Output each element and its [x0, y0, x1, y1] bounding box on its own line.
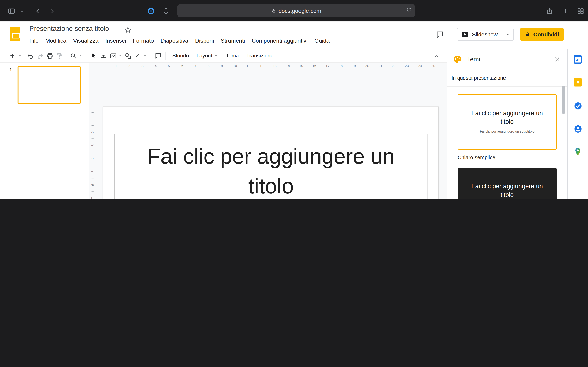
slide-thumbnail[interactable] [18, 66, 81, 104]
cursor-icon[interactable] [89, 51, 98, 60]
themes-panel-title: Temi [467, 56, 553, 63]
new-slide-button[interactable] [8, 51, 17, 60]
toolbar: Sfondo Layout Tema Transizione [0, 49, 447, 63]
theme-button[interactable]: Tema [222, 51, 242, 60]
paint-format-icon[interactable] [55, 51, 65, 60]
ruler-mark: 10 [232, 64, 238, 68]
ruler-mark: 6 [179, 64, 185, 68]
themes-panel-header: Temi [447, 49, 567, 70]
collapse-toolbar-icon[interactable] [432, 51, 441, 61]
theme-cards: Fai clic per aggiungere un titoloFai cli… [447, 86, 567, 199]
themes-panel: Temi In questa presentazione Fai clic pe… [447, 49, 567, 199]
ruler-mark: 12 [259, 64, 265, 68]
ruler-mark: 4 [91, 156, 95, 162]
slideshow-button[interactable]: Slideshow [457, 28, 514, 41]
slide-number: 1 [9, 67, 12, 72]
tab-overview-icon[interactable] [576, 6, 585, 15]
background-button[interactable]: Sfondo [168, 51, 193, 60]
keep-icon[interactable] [573, 77, 583, 87]
toolbar-divider [86, 52, 86, 60]
menu-guida[interactable]: Guida [311, 36, 333, 45]
print-icon[interactable] [45, 51, 55, 60]
menu-file[interactable]: File [26, 36, 42, 45]
new-tab-icon[interactable] [561, 6, 570, 15]
line-dropdown-icon[interactable] [143, 51, 147, 60]
shield-icon[interactable] [161, 6, 170, 15]
forward-icon [48, 6, 57, 15]
contacts-icon[interactable] [573, 124, 583, 133]
ruler-vertical: 1234567891011121314 [89, 63, 96, 199]
palette-icon [453, 55, 462, 64]
shape-icon[interactable] [123, 51, 133, 60]
star-icon[interactable] [124, 26, 132, 34]
back-icon[interactable] [33, 6, 42, 15]
title-placeholder[interactable]: Fai clic per aggiungere un titolo [114, 133, 428, 199]
transition-button[interactable]: Transizione [242, 51, 277, 60]
add-comment-icon[interactable] [153, 51, 163, 60]
menu-inserisci[interactable]: Inserisci [102, 36, 130, 45]
ruler-mark: 25 [430, 64, 436, 68]
share-button[interactable]: Condividi [520, 28, 564, 41]
chevron-down-icon[interactable] [19, 6, 25, 15]
editor-canvas[interactable]: 1234567891011121314151617181920212223242… [89, 63, 447, 199]
screen: docs.google.com Presentazione senza tito… [0, 0, 588, 199]
calendar-icon[interactable]: 31 [573, 55, 583, 64]
ruler-mark: 16 [311, 64, 318, 68]
theme-card-scuro-semplice[interactable]: Fai clic per aggiungere un titoloFai cli… [458, 168, 557, 199]
menu-diapositiva[interactable]: Diapositiva [157, 36, 192, 45]
menu-visualizza[interactable]: Visualizza [70, 36, 102, 45]
close-icon[interactable] [553, 55, 562, 64]
sidebar-icon[interactable] [7, 6, 16, 15]
zoom-dropdown-icon[interactable] [78, 51, 83, 60]
slideshow-label: Slideshow [472, 31, 498, 37]
ruler-mark: 5 [166, 64, 172, 68]
tasks-icon[interactable] [573, 101, 583, 111]
browser-chrome: docs.google.com [0, 0, 588, 21]
layout-button[interactable]: Layout [193, 51, 222, 60]
comment-icon[interactable] [434, 29, 445, 40]
image-icon[interactable] [108, 51, 118, 60]
menu-bar: FileModificaVisualizzaInserisciFormatoDi… [26, 36, 333, 45]
app-header: Presentazione senza titolo FileModificaV… [0, 21, 588, 49]
ruler-mark: 18 [338, 64, 344, 68]
zoom-icon[interactable] [68, 51, 78, 60]
share-icon[interactable] [545, 6, 554, 15]
theme-card-chiaro-semplice[interactable]: Fai clic per aggiungere un titoloFai cli… [458, 94, 557, 150]
chevron-down-icon [214, 54, 218, 58]
document-title[interactable]: Presentazione senza titolo [29, 25, 109, 33]
menu-modifica[interactable]: Modifica [42, 36, 70, 45]
slide-editor[interactable]: Fai clic per aggiungere un titolo Fai cl… [103, 106, 439, 199]
line-icon[interactable] [133, 51, 143, 60]
undo-icon[interactable] [25, 51, 35, 60]
slideshow-dropdown[interactable] [502, 28, 513, 40]
textbox-icon[interactable] [98, 51, 108, 60]
in-this-presentation-row[interactable]: In questa presentazione [447, 70, 567, 87]
add-addon-icon[interactable] [573, 183, 583, 193]
ruler-mark: 21 [377, 64, 383, 68]
slides-logo-icon[interactable] [10, 27, 20, 41]
ruler-mark: 9 [219, 64, 225, 68]
image-dropdown-icon[interactable] [118, 51, 123, 60]
ruler-mark: 11 [245, 64, 251, 68]
extension-icon[interactable] [146, 6, 155, 15]
share-label: Condividi [533, 31, 559, 37]
menu-strumenti[interactable]: Strumenti [217, 36, 248, 45]
section-label: In questa presentazione [452, 75, 506, 81]
menu-componenti-aggiuntivi[interactable]: Componenti aggiuntivi [248, 36, 311, 45]
panel-scrollbar[interactable] [562, 86, 564, 114]
ruler-mark: 19 [351, 64, 357, 68]
redo-icon[interactable] [35, 51, 45, 60]
reload-icon[interactable] [406, 7, 412, 12]
maps-icon[interactable] [573, 147, 583, 157]
menu-disponi[interactable]: Disponi [192, 36, 217, 45]
new-slide-dropdown-icon[interactable] [17, 51, 22, 60]
title-placeholder-text: Fai clic per aggiungere un titolo [114, 141, 427, 199]
address-bar[interactable]: docs.google.com [177, 4, 415, 17]
ruler-mark: 3 [91, 142, 95, 149]
menu-formato[interactable]: Formato [130, 36, 157, 45]
ruler-mark: 5 [91, 169, 95, 175]
ruler-mark: 6 [91, 182, 95, 188]
ruler-mark: 20 [364, 64, 370, 68]
calendar-day: 31 [575, 57, 581, 63]
ruler-mark: 7 [91, 195, 95, 199]
